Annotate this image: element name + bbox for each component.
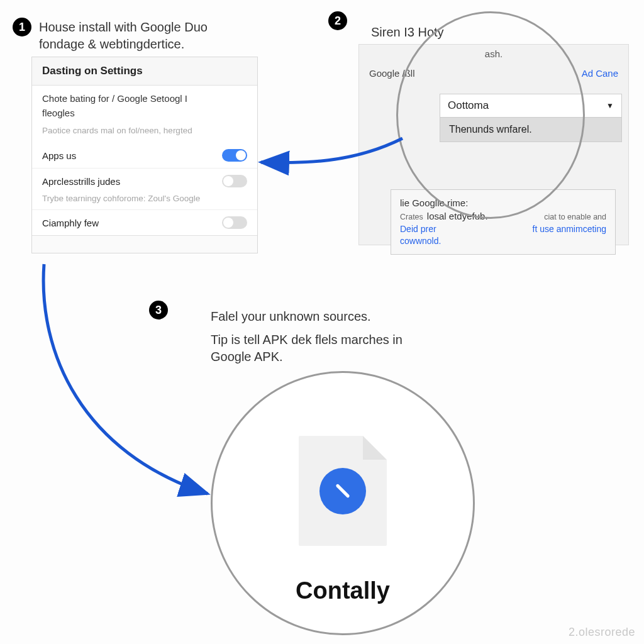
browser-panel: ash. Google /ßll Ad Cane Oottoma ▼ Thenu… xyxy=(358,44,629,245)
step-3-caption-2: Tip is tell APK dek flels marches in Goo… xyxy=(211,331,437,365)
row-apps-us[interactable]: Apps us xyxy=(32,143,257,168)
settings-panel-title: Dasting on Settings xyxy=(32,57,257,86)
settings-panel-footer xyxy=(32,235,257,253)
apk-circle: Contally xyxy=(211,371,475,635)
info-deid-link[interactable]: Deid prer xyxy=(400,223,436,236)
panel2-google-label: Google /ßll xyxy=(369,68,415,79)
document-icon xyxy=(299,436,387,546)
info-cowwnold-link[interactable]: cowwnold. xyxy=(400,236,441,246)
dropdown-menu-item[interactable]: Thenunds wnfarel. xyxy=(440,118,622,142)
dropdown-value: Oottoma xyxy=(448,99,489,112)
info-enable: ciat to enable and xyxy=(544,212,606,223)
chevron-down-icon: ▼ xyxy=(606,101,614,110)
toggle-ciamphly[interactable] xyxy=(222,216,247,229)
info-box: lie Googlle rime: Crates losal etdyefub.… xyxy=(391,189,616,255)
info-title-2: losal etdyefub. xyxy=(427,209,488,223)
info-title-1: lie Googlle rime: xyxy=(400,196,468,209)
step-2-caption: Siren I3 Hoty xyxy=(371,24,444,41)
apk-app-name: Contally xyxy=(296,577,390,604)
settings-line-1: Chote bating for / Google Setoogl I xyxy=(32,86,257,106)
ad-cane-link[interactable]: Ad Cane xyxy=(582,68,618,79)
step-1-badge: 1 xyxy=(13,18,31,36)
settings-grey-2-text: Trybe tearningy cohforome: Zoul's Google xyxy=(42,194,200,203)
settings-grey-1: Paotice cnards mal on fol/neen, hergted xyxy=(32,123,257,143)
edit-badge-icon xyxy=(319,468,366,514)
edit-slash-icon xyxy=(335,484,350,498)
row-ciamphly-label: Ciamphly few xyxy=(42,218,99,228)
step-1-caption: House install with Google Duo fondage & … xyxy=(39,19,253,53)
settings-panel: Dasting on Settings Chote bating for / G… xyxy=(31,57,258,253)
settings-line-2: fleogles xyxy=(32,106,257,123)
step-3-caption-1: Falel your unknown sources. xyxy=(211,308,437,325)
document-fold-icon xyxy=(363,436,387,460)
dropdown-wrap: Oottoma ▼ Thenunds wnfarel. xyxy=(440,94,622,142)
info-anmimceting-link[interactable]: ft use anmimceting xyxy=(533,223,607,236)
dropdown[interactable]: Oottoma ▼ xyxy=(440,94,622,118)
step-2-badge: 2 xyxy=(328,11,347,30)
row-aprclesstrills[interactable]: Aprclesstrills judes xyxy=(32,168,257,194)
info-crates: Crates xyxy=(400,212,423,223)
watermark: 2.olesrorede xyxy=(569,626,635,639)
panel2-ash: ash. xyxy=(359,45,628,59)
row-aprclesstrills-label: Aprclesstrills judes xyxy=(42,176,120,187)
step-3-badge: 3 xyxy=(149,301,168,319)
toggle-aprclesstrills[interactable] xyxy=(222,175,247,187)
row-apps-us-label: Apps us xyxy=(42,150,76,161)
row-ciamphly[interactable]: Ciamphly few xyxy=(32,209,257,235)
settings-grey-2: Trybe tearningy cohforome: Zoul's Google xyxy=(32,194,257,209)
toggle-apps-us[interactable] xyxy=(222,149,247,162)
